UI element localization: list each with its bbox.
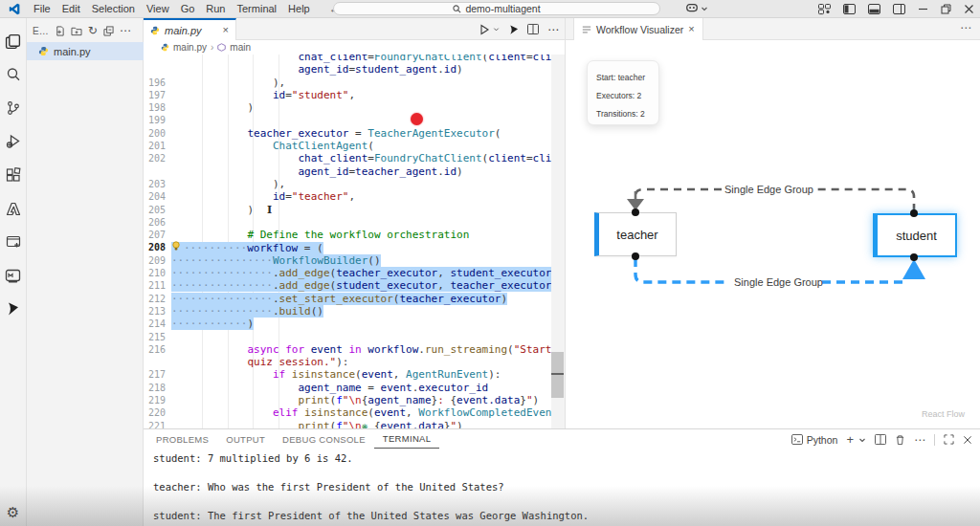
run-python-file-icon[interactable] (479, 24, 490, 35)
code-line-210[interactable]: 210················.add_edge(teacher_exe… (144, 267, 551, 279)
more-actions-icon[interactable]: ⋯ (120, 24, 131, 37)
code-line-216[interactable]: 216 async for event in workflow.run_stre… (144, 343, 551, 356)
code-line-211[interactable]: 211················.add_edge(student_exe… (144, 279, 551, 292)
line-number[interactable]: 217 (144, 368, 171, 381)
line-number[interactable]: 207 (144, 229, 171, 241)
code-line-wrap[interactable]: chat_client=FoundryChatClient(client=cli… (144, 55, 551, 63)
line-number[interactable]: 219 (144, 394, 171, 406)
new-terminal-icon[interactable]: + (846, 432, 854, 447)
remote-explorer-icon[interactable] (0, 229, 26, 255)
code-line-wrap[interactable]: quiz session."): (144, 356, 551, 368)
line-number[interactable]: 215 (144, 331, 171, 343)
line-number[interactable]: 202 (144, 152, 171, 164)
code-line-202[interactable]: 202 chat_client=FoundryChatClient(client… (144, 152, 551, 164)
code-line-219[interactable]: 219 print(f"\n{agent_name}: {event.data}… (144, 394, 551, 406)
code-line-205[interactable]: 205 )I (144, 204, 551, 216)
line-number[interactable]: 199 (144, 114, 171, 126)
menu-file[interactable]: File (28, 0, 56, 18)
handle-teacher-bottom[interactable] (632, 252, 639, 260)
edge-label-top[interactable]: Single Edge Group (724, 184, 813, 195)
line-number[interactable]: 208 (144, 241, 171, 253)
new-folder-icon[interactable] (71, 26, 82, 36)
line-number[interactable]: 211 (144, 279, 171, 292)
code-line-wrap[interactable]: agent_id=student_agent.id) (144, 63, 551, 76)
line-number[interactable]: 197 (144, 89, 171, 101)
copilot-chat-icon[interactable] (508, 24, 519, 35)
line-number[interactable]: 203 (144, 178, 171, 190)
code-line-212[interactable]: 212················.set_start_executor(t… (144, 293, 551, 305)
code-line-196[interactable]: 196 ), (144, 77, 551, 89)
line-number[interactable] (144, 356, 171, 368)
tab-close-icon[interactable]: × (688, 24, 694, 34)
toggle-secondary-sidebar-icon[interactable] (893, 4, 905, 14)
code-line-208[interactable]: 208··········workflow = ( (144, 241, 551, 253)
line-number[interactable] (144, 63, 171, 76)
node-student[interactable]: student (873, 213, 957, 257)
code-line-213[interactable]: 213················.build() (144, 305, 551, 318)
handle-student-top[interactable] (910, 209, 918, 217)
code-line-wrap[interactable]: agent_id=teacher_agent.id) (144, 165, 551, 178)
panel-tab-output[interactable]: OUTPUT (217, 430, 274, 449)
tab-close-icon[interactable]: × (223, 25, 229, 35)
line-number[interactable]: 220 (144, 406, 171, 419)
line-number[interactable]: 209 (144, 254, 171, 267)
azure-icon[interactable] (0, 195, 26, 222)
toggle-primary-sidebar-icon[interactable] (843, 4, 856, 14)
line-number[interactable]: 198 (144, 101, 171, 114)
menu-go[interactable]: Go (175, 0, 201, 18)
line-number[interactable]: 206 (144, 216, 171, 229)
terminal-shell-selector[interactable]: Python (791, 434, 838, 446)
line-number[interactable]: 214 (144, 318, 171, 330)
kill-terminal-icon[interactable] (895, 434, 905, 446)
code-line-203[interactable]: 203 ), (144, 178, 551, 190)
line-number[interactable]: 205 (144, 204, 171, 216)
handle-student-bottom[interactable] (910, 253, 918, 261)
breadcrumb-file[interactable]: main.py (173, 42, 207, 53)
customize-layout-icon[interactable] (818, 4, 831, 14)
more-actions-icon[interactable]: ⋯ (960, 21, 971, 34)
menu-help[interactable]: Help (282, 0, 316, 18)
line-number[interactable]: 216 (144, 343, 171, 356)
menu-selection[interactable]: Selection (86, 0, 141, 18)
explorer-icon[interactable] (0, 28, 26, 55)
code-line-218[interactable]: 218 agent_name = event.executor_id (144, 382, 551, 394)
line-number[interactable]: 196 (144, 77, 171, 89)
mjml-icon[interactable] (0, 262, 26, 289)
code-line-220[interactable]: 220 elif isinstance(event, WorkflowCompl… (144, 406, 551, 419)
line-number[interactable]: 204 (144, 190, 171, 203)
code-line-206[interactable]: 206 (144, 216, 551, 229)
editor-scrollbar[interactable] (551, 352, 564, 398)
split-terminal-icon[interactable] (875, 434, 886, 445)
workflow-canvas[interactable]: Start: teacher Executors: 2 Transitions:… (566, 40, 980, 428)
line-number[interactable]: 213 (144, 305, 171, 318)
search-icon[interactable] (0, 61, 26, 88)
file-item-main-py[interactable]: main.py (27, 42, 144, 60)
settings-gear-icon[interactable]: ⚙ (0, 501, 26, 524)
line-number[interactable] (144, 55, 171, 63)
maximize-panel-icon[interactable] (944, 434, 954, 445)
panel-tab-debug-console[interactable]: DEBUG CONSOLE (274, 430, 374, 449)
run-and-debug-icon[interactable] (0, 128, 26, 155)
code-line-201[interactable]: 201 ChatClientAgent( (144, 140, 551, 152)
code-line-199[interactable]: 199 (144, 114, 551, 126)
line-number[interactable]: 212 (144, 293, 171, 305)
copilot-chat-icon[interactable] (0, 296, 26, 322)
close-icon[interactable] (964, 4, 974, 14)
tab-main-py[interactable]: main.py × (144, 18, 236, 40)
copilot-menu[interactable] (685, 2, 708, 14)
minimize-icon[interactable] (918, 4, 928, 14)
code-line-221[interactable]: 221 print(f"\n❋ {event.data}") (144, 420, 551, 428)
more-actions-icon[interactable]: ⋯ (547, 23, 559, 36)
code-editor[interactable]: chat_client=FoundryChatClient(client=cli… (144, 55, 551, 428)
refresh-icon[interactable]: ↻ (88, 24, 98, 37)
tab-workflow-visualizer[interactable]: Workflow Visualizer × (573, 18, 703, 40)
line-number[interactable]: 210 (144, 267, 171, 279)
new-file-icon[interactable] (55, 26, 65, 36)
menu-edit[interactable]: Edit (56, 0, 86, 18)
code-line-200[interactable]: 200 teacher_executor = TeacherAgentExecu… (144, 127, 551, 140)
line-number[interactable] (144, 165, 171, 178)
code-line-198[interactable]: 198 ) (144, 101, 551, 114)
code-line-207[interactable]: 207 # Define the workflow orchestration (144, 229, 551, 241)
terminal-dropdown-icon[interactable] (858, 436, 866, 444)
line-number[interactable]: 200 (144, 127, 171, 140)
